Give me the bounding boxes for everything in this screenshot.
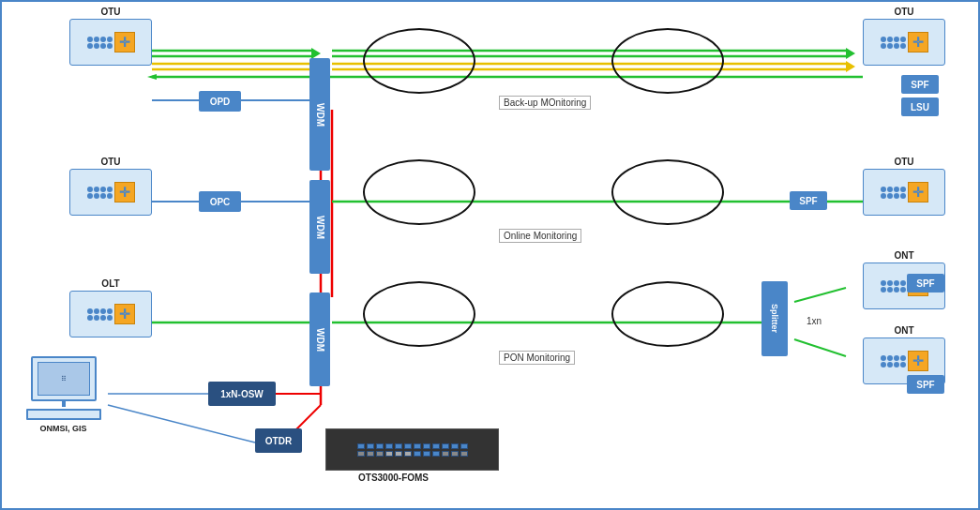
cross-icon-7: ✛ <box>912 354 924 368</box>
otu-top-right-label: OTU <box>894 7 913 17</box>
cross-icon-5: ✛ <box>912 186 924 199</box>
onmsi-label: ONMSI, GIS <box>19 424 108 433</box>
wdm-mid-label: WDM <box>309 180 330 274</box>
svg-marker-13 <box>147 74 157 80</box>
pon-monitoring-label: PON Monitoring <box>499 351 575 365</box>
otu-mid-right-label: OTU <box>894 157 913 167</box>
spf-ont2-label: SPF <box>907 375 944 394</box>
svg-marker-11 <box>846 61 855 72</box>
otu-mid-left-label: OTU <box>100 157 120 167</box>
svg-line-29 <box>108 405 255 442</box>
fiber-loop-top-1 <box>363 28 475 94</box>
wdm-bot-label: WDM <box>309 292 330 386</box>
fiber-loop-mid-1 <box>363 159 475 225</box>
ont-top-right-label: ONT <box>894 250 913 261</box>
otu-mid-left-device: OTU ✛ <box>69 169 152 216</box>
lsu-right-label: LSU <box>901 98 939 116</box>
svg-marker-8 <box>846 48 855 59</box>
otu-mid-right-device: OTU ✛ <box>863 169 945 216</box>
ont-bot-right-label: ONT <box>894 325 913 336</box>
wdm-top-label: WDM <box>309 58 330 171</box>
fiber-loop-bot-2 <box>611 281 724 347</box>
fiber-loop-mid-2 <box>611 159 724 225</box>
opd-label: OPD <box>199 91 241 112</box>
opc-label: OPC <box>199 191 241 212</box>
olt-left-device: OLT ✛ <box>69 291 152 338</box>
cross-icon-3: ✛ <box>119 308 130 321</box>
fiber-loop-top-2 <box>611 28 724 94</box>
fiber-loop-bot-1 <box>363 281 475 347</box>
splitter-box: Splitter <box>761 281 788 356</box>
olt-left-label: OLT <box>101 278 119 289</box>
spf-top-right-label: SPF <box>901 75 939 94</box>
svg-line-25 <box>794 339 846 356</box>
spf-ont1-label: SPF <box>907 274 944 292</box>
cross-icon-2: ✛ <box>119 186 130 199</box>
otu-top-right-device: OTU ✛ <box>863 19 945 66</box>
otu-top-left-label: OTU <box>100 7 120 17</box>
osw-label: 1xN-OSW <box>208 382 276 406</box>
backup-monitoring-label: Back-up MOnitoring <box>499 96 591 110</box>
spf-mid-right-label: SPF <box>790 191 827 210</box>
computer-device: ⠿ ONMSI, GIS <box>19 356 108 431</box>
ots-label: OTS3000-FOMS <box>358 472 429 483</box>
cross-icon-4: ✛ <box>912 36 924 49</box>
online-monitoring-label: Online Monitoring <box>499 229 581 243</box>
otdr-label: OTDR <box>255 428 302 453</box>
ots-device <box>325 428 499 471</box>
diagram-container: OTU ✛ OPD OTU ✛ OPC OLT <box>0 0 980 510</box>
svg-line-24 <box>794 288 846 302</box>
one-xn-label: 1xn <box>807 316 822 326</box>
otu-top-left-device: OTU ✛ <box>69 19 152 66</box>
cross-icon-1: ✛ <box>119 36 130 49</box>
